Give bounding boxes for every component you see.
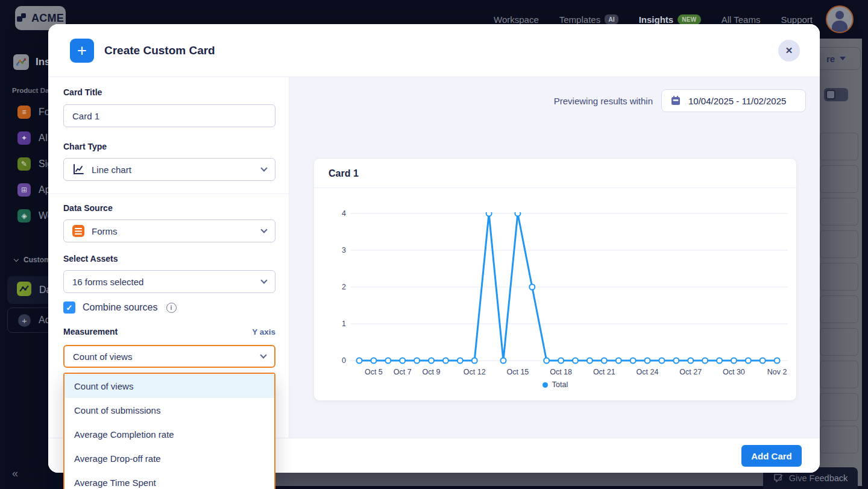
chart-card-title: Card 1: [329, 168, 359, 179]
nav-item-workspace[interactable]: Workspace: [494, 14, 539, 25]
toggle-knob: [826, 90, 835, 99]
chart-legend: Total: [314, 380, 796, 389]
card-settings-panel: Card Title Card 1 Chart Type Line chart …: [48, 77, 289, 438]
svg-text:Oct 5: Oct 5: [365, 368, 383, 376]
select-assets-label: Select Assets: [63, 254, 118, 263]
background-card: [820, 198, 858, 226]
nav-label: Insights: [639, 14, 674, 25]
ai-agents-icon: ✦: [17, 131, 31, 145]
svg-text:1: 1: [342, 320, 346, 328]
insights-workspace-icon: [13, 54, 29, 70]
avatar-silhouette: [835, 11, 844, 19]
measurement-dropdown-menu: Count of viewsCount of submissionsAverag…: [63, 373, 275, 489]
toggle-switch[interactable]: [824, 88, 848, 101]
background-card: [820, 230, 858, 258]
chevron-down-icon: [260, 226, 267, 233]
svg-text:2: 2: [342, 283, 346, 291]
svg-text:4: 4: [342, 209, 346, 218]
calendar-icon: [670, 95, 681, 106]
divider: [314, 188, 796, 188]
preview-chart-card: Card 1 01234Oct 5Oct 7Oct 9Oct 12Oct 15O…: [313, 158, 797, 401]
background-card: [820, 328, 858, 356]
create-custom-card-modal: + Create Custom Card ✕ Card Title Card 1…: [48, 24, 820, 473]
background-card: [820, 133, 858, 160]
preview-panel: Previewing results within 10/04/2025 - 1…: [289, 77, 820, 438]
nav-label: All Teams: [722, 14, 761, 25]
info-icon[interactable]: i: [166, 303, 177, 313]
svg-text:Oct 21: Oct 21: [593, 368, 615, 376]
measurement-label: Measurement: [63, 327, 118, 336]
data-source-label: Data Source: [63, 203, 113, 213]
svg-text:Oct 7: Oct 7: [394, 368, 412, 376]
svg-text:0: 0: [342, 356, 346, 365]
y-axis-hint: Y axis: [252, 327, 275, 336]
svg-text:Oct 9: Oct 9: [423, 368, 441, 376]
legend-label: Total: [552, 380, 568, 389]
acme-logo-icon: [17, 13, 28, 24]
measurement-header: Measurement Y axis: [63, 327, 275, 336]
dropdown-option-average-drop-off-rate[interactable]: Average Drop-off rate: [64, 446, 274, 470]
nav-item-insights[interactable]: InsightsNEW: [639, 14, 701, 25]
chart-type-select[interactable]: Line chart: [63, 158, 275, 181]
line-chart-icon: [72, 163, 84, 175]
select-assets-select[interactable]: 16 forms selected: [63, 270, 275, 293]
sidebar-section-custom[interactable]: Custom: [14, 256, 51, 264]
nav-label: Templates: [559, 14, 600, 25]
caret-down-icon: [840, 57, 846, 60]
collapse-sidebar-button[interactable]: «: [12, 467, 18, 480]
svg-text:Oct 24: Oct 24: [637, 368, 659, 376]
combine-sources-label: Combine sources: [83, 302, 158, 313]
dropdown-option-count-of-submissions[interactable]: Count of submissions: [64, 398, 274, 422]
chevron-down-icon: [14, 256, 19, 261]
data-source-select[interactable]: Forms: [63, 219, 275, 242]
ai-badge: AI: [605, 14, 618, 24]
svg-text:Oct 12: Oct 12: [464, 368, 486, 376]
add-card-button[interactable]: Add Card: [741, 445, 802, 467]
modal-title: Create Custom Card: [104, 44, 215, 57]
chart-type-label: Chart Type: [63, 142, 107, 151]
close-icon[interactable]: ✕: [778, 40, 800, 62]
date-range-value: 10/04/2025 - 11/02/2025: [688, 96, 786, 106]
nav-item-support[interactable]: Support: [781, 14, 813, 25]
chart-gridlines: [351, 213, 788, 361]
avatar[interactable]: [826, 5, 854, 33]
chart-y-axis-labels: 01234: [342, 209, 346, 365]
preview-label: Previewing results within: [554, 96, 653, 106]
sign-icon: ✎: [17, 157, 31, 171]
background-card-list: [820, 133, 858, 453]
dropdown-option-count-of-views[interactable]: Count of views: [64, 374, 274, 398]
chevron-down-icon: [260, 277, 267, 283]
svg-text:Oct 30: Oct 30: [723, 368, 745, 376]
divider: [48, 194, 289, 194]
svg-text:Oct 18: Oct 18: [550, 368, 572, 376]
feedback-pencil-icon: [773, 473, 784, 483]
chart-x-axis-labels: Oct 5Oct 7Oct 9Oct 12Oct 15Oct 18Oct 21O…: [365, 368, 787, 376]
dropdown-option-average-completion-rate[interactable]: Average Completion rate: [64, 422, 274, 446]
svg-text:Nov 2: Nov 2: [767, 368, 787, 376]
card-title-input[interactable]: Card 1: [63, 104, 275, 127]
chevron-down-icon: [260, 352, 266, 358]
svg-text:Oct 15: Oct 15: [506, 368, 529, 376]
screen: ACME WorkspaceTemplatesAIInsightsNEWAll …: [0, 0, 868, 489]
background-card: [820, 393, 858, 421]
line-chart: 01234Oct 5Oct 7Oct 9Oct 12Oct 15Oct 18Oc…: [324, 197, 788, 377]
background-card: [820, 295, 858, 323]
new-badge: NEW: [678, 14, 701, 25]
nav-label: Workspace: [494, 14, 539, 25]
dropdown-option-average-time-spent[interactable]: Average Time Spent: [64, 470, 274, 489]
combine-sources-row: ✓ Combine sources i: [63, 301, 177, 314]
svg-text:3: 3: [342, 246, 346, 254]
background-card: [820, 426, 858, 453]
measurement-select[interactable]: Count of views: [63, 345, 275, 368]
apps-icon: ⊞: [17, 183, 31, 197]
background-card: [820, 361, 858, 388]
nav-item-all-teams[interactable]: All Teams: [722, 14, 761, 25]
nav-label: Support: [781, 14, 813, 25]
date-range-picker[interactable]: 10/04/2025 - 11/02/2025: [661, 89, 806, 112]
nav-item-templates[interactable]: TemplatesAI: [559, 14, 618, 25]
plus-circle-icon: +: [18, 314, 31, 327]
combine-sources-checkbox[interactable]: ✓: [63, 301, 75, 314]
modal-header: + Create Custom Card ✕: [48, 24, 820, 77]
legend-dot-icon: [542, 382, 548, 388]
background-card: [820, 263, 858, 291]
